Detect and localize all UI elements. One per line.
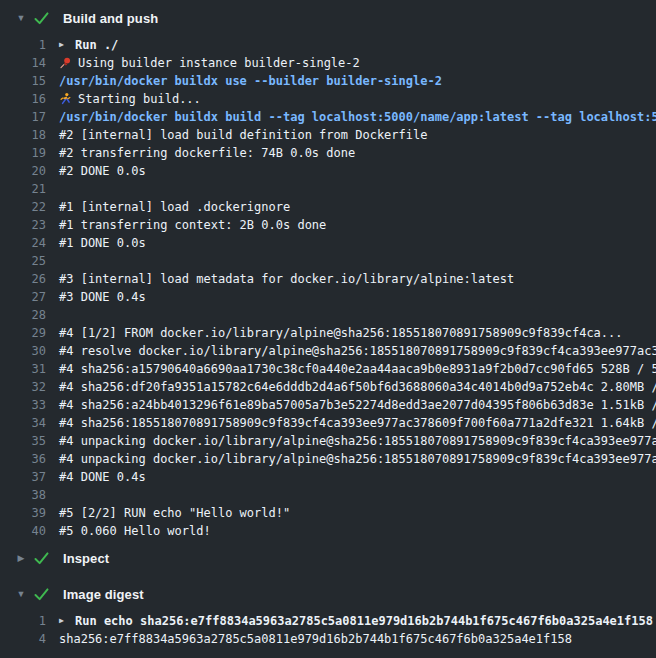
line-text: #2 [internal] load build definition from…	[59, 128, 427, 142]
line-number[interactable]: 39	[0, 506, 46, 520]
chevron-down-icon: ▼	[15, 14, 27, 23]
line-number[interactable]: 18	[0, 128, 46, 142]
line-number[interactable]: 4	[0, 632, 46, 646]
check-success-icon	[34, 552, 49, 565]
log-line: 32#4 sha256:df20fa9351a15782c64e6dddb2d4…	[0, 378, 656, 396]
line-number[interactable]: 20	[0, 164, 46, 178]
line-number[interactable]: 37	[0, 470, 46, 484]
section-header-image-digest[interactable]: ▼Image digest	[0, 576, 656, 612]
check-success-icon	[34, 588, 49, 601]
line-number[interactable]: 29	[0, 326, 46, 340]
expand-group-arrow-icon[interactable]: ▶	[59, 41, 68, 49]
section-label: Inspect	[63, 551, 109, 566]
section-label: Build and push	[63, 11, 158, 26]
line-text: #3 [internal] load metadata for docker.i…	[59, 272, 514, 286]
log-line: 23#1 transferring context: 2B 0.0s done	[0, 216, 656, 234]
log-line: 31#4 sha256:a15790640a6690aa1730c38cf0a4…	[0, 360, 656, 378]
line-text: #2 transferring dockerfile: 74B 0.0s don…	[59, 146, 355, 160]
line-number[interactable]: 15	[0, 74, 46, 88]
log-line: 36#4 unpacking docker.io/library/alpine@…	[0, 450, 656, 468]
log-line: 16Starting build...	[0, 90, 656, 108]
chevron-right-icon: ▶	[15, 554, 27, 563]
line-number[interactable]: 1	[0, 614, 46, 628]
line-number[interactable]: 30	[0, 344, 46, 358]
log-line: 24#1 DONE 0.0s	[0, 234, 656, 252]
log-line: 40#5 0.060 Hello world!	[0, 522, 656, 540]
line-number[interactable]: 31	[0, 362, 46, 376]
log-line: 28	[0, 306, 656, 324]
log-line: 4sha256:e7ff8834a5963a2785c5a0811e979d16…	[0, 630, 656, 648]
log-line: 29#4 [1/2] FROM docker.io/library/alpine…	[0, 324, 656, 342]
line-number[interactable]: 23	[0, 218, 46, 232]
actions-job-log: ▼Build and push1▶Run ./14Using builder i…	[0, 0, 656, 658]
log-line: 37#4 DONE 0.4s	[0, 468, 656, 486]
log-section: ▶Inspect	[0, 540, 656, 576]
line-number[interactable]: 19	[0, 146, 46, 160]
line-number[interactable]: 38	[0, 488, 46, 502]
line-number[interactable]: 34	[0, 416, 46, 430]
line-text: #4 DONE 0.4s	[59, 470, 146, 484]
line-text: #5 0.060 Hello world!	[59, 524, 211, 538]
line-number[interactable]: 26	[0, 272, 46, 286]
line-text: #4 unpacking docker.io/library/alpine@sh…	[59, 434, 656, 448]
line-text: Run echo sha256:e7ff8834a5963a2785c5a081…	[75, 614, 653, 628]
log-line: 30#4 resolve docker.io/library/alpine@sh…	[0, 342, 656, 360]
line-text: #1 transferring context: 2B 0.0s done	[59, 218, 326, 232]
log-line: 35#4 unpacking docker.io/library/alpine@…	[0, 432, 656, 450]
line-number[interactable]: 35	[0, 434, 46, 448]
section-log-lines: 1▶Run echo sha256:e7ff8834a5963a2785c5a0…	[0, 612, 656, 648]
section-label: Image digest	[63, 587, 144, 602]
line-number[interactable]: 36	[0, 452, 46, 466]
log-line: 14Using builder instance builder-single-…	[0, 54, 656, 72]
line-number[interactable]: 27	[0, 290, 46, 304]
log-line: 1▶Run ./	[0, 36, 656, 54]
log-line: 20#2 DONE 0.0s	[0, 162, 656, 180]
section-log-lines: 1▶Run ./14Using builder instance builder…	[0, 36, 656, 540]
line-number[interactable]: 1	[0, 38, 46, 52]
log-line: 26#3 [internal] load metadata for docker…	[0, 270, 656, 288]
log-line: 25	[0, 252, 656, 270]
line-number[interactable]: 16	[0, 92, 46, 106]
line-text: Using builder instance builder-single-2	[78, 56, 360, 70]
line-number[interactable]: 21	[0, 182, 46, 196]
line-text: #4 [1/2] FROM docker.io/library/alpine@s…	[59, 326, 623, 340]
log-line: 15/usr/bin/docker buildx use --builder b…	[0, 72, 656, 90]
line-text: #1 DONE 0.0s	[59, 236, 146, 250]
runner-icon	[59, 92, 72, 106]
log-section: ▼Image digest1▶Run echo sha256:e7ff8834a…	[0, 576, 656, 648]
line-text: /usr/bin/docker buildx build --tag local…	[59, 110, 656, 124]
line-number[interactable]: 24	[0, 236, 46, 250]
section-header-inspect[interactable]: ▶Inspect	[0, 540, 656, 576]
log-line: 34#4 sha256:185518070891758909c9f839cf4c…	[0, 414, 656, 432]
line-text: sha256:e7ff8834a5963a2785c5a0811e979d16b…	[59, 632, 572, 646]
pushpin-icon	[59, 56, 72, 70]
chevron-down-icon: ▼	[15, 590, 27, 599]
log-line: 1▶Run echo sha256:e7ff8834a5963a2785c5a0…	[0, 612, 656, 630]
line-text: #4 unpacking docker.io/library/alpine@sh…	[59, 452, 656, 466]
log-line: 21	[0, 180, 656, 198]
line-text: #3 DONE 0.4s	[59, 290, 146, 304]
log-line: 27#3 DONE 0.4s	[0, 288, 656, 306]
line-number[interactable]: 33	[0, 398, 46, 412]
log-section: ▼Build and push1▶Run ./14Using builder i…	[0, 0, 656, 540]
section-header-build-and-push[interactable]: ▼Build and push	[0, 0, 656, 36]
line-number[interactable]: 14	[0, 56, 46, 70]
line-number[interactable]: 32	[0, 380, 46, 394]
line-number[interactable]: 17	[0, 110, 46, 124]
log-line: 39#5 [2/2] RUN echo "Hello world!"	[0, 504, 656, 522]
log-line: 22#1 [internal] load .dockerignore	[0, 198, 656, 216]
line-number[interactable]: 25	[0, 254, 46, 268]
check-success-icon	[34, 12, 49, 25]
line-text: #4 sha256:185518070891758909c9f839cf4ca3…	[59, 416, 656, 430]
line-text: #1 [internal] load .dockerignore	[59, 200, 290, 214]
log-line: 18#2 [internal] load build definition fr…	[0, 126, 656, 144]
line-number[interactable]: 40	[0, 524, 46, 538]
line-text: #5 [2/2] RUN echo "Hello world!"	[59, 506, 290, 520]
log-line: 33#4 sha256:a24bb4013296f61e89ba57005a7b…	[0, 396, 656, 414]
line-text: Run ./	[75, 38, 118, 52]
line-number[interactable]: 22	[0, 200, 46, 214]
line-text: #4 sha256:a15790640a6690aa1730c38cf0a440…	[59, 362, 656, 376]
line-number[interactable]: 28	[0, 308, 46, 322]
expand-group-arrow-icon[interactable]: ▶	[59, 617, 68, 625]
log-line: 19#2 transferring dockerfile: 74B 0.0s d…	[0, 144, 656, 162]
